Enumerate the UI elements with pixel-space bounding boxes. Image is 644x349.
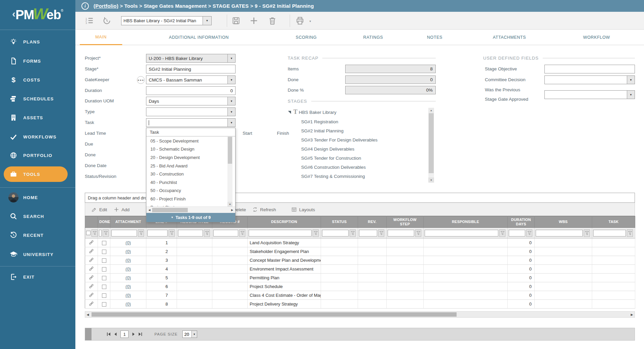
filter-input[interactable] <box>593 230 626 236</box>
sidebar-item-workflows[interactable]: WORKFLOWS <box>0 129 75 145</box>
filter-icon[interactable] <box>313 229 319 237</box>
scrollbar-thumb[interactable] <box>152 208 188 212</box>
link-icon[interactable] <box>88 285 94 290</box>
filter-input[interactable] <box>213 230 238 236</box>
sidebar-item-assets[interactable]: ASSETS <box>0 110 75 125</box>
sidebar-item-home[interactable]: HOME <box>0 190 75 205</box>
scroll-down-icon[interactable]: ▼ <box>428 178 434 183</box>
scroll-right-icon[interactable]: ▶ <box>230 207 235 213</box>
row-done-checkbox[interactable] <box>102 276 106 280</box>
filter-input[interactable] <box>388 230 414 236</box>
task-option[interactable]: 40 - Punchlist <box>146 178 235 187</box>
select-all-checkbox[interactable] <box>86 231 91 235</box>
sidebar-item-schedules[interactable]: SCHEDULES <box>0 91 75 106</box>
filter-input[interactable] <box>111 230 137 236</box>
task-dropdown-horizontal-scrollbar[interactable]: ◀ ▶ <box>146 207 235 213</box>
table-row[interactable]: (0)5Permitting Plan0 <box>85 274 635 282</box>
column-header-responsible[interactable]: RESPONSIBLE <box>424 216 508 228</box>
next-page-button[interactable] <box>130 331 137 338</box>
attachments-link[interactable]: (0) <box>126 293 131 298</box>
filter-icon[interactable] <box>92 229 98 237</box>
page-size-dropdown-button[interactable]: ▼ <box>191 331 197 338</box>
tab-workflow[interactable]: WORKFLOW <box>568 30 625 45</box>
sidebar-item-recent[interactable]: RECENT <box>0 227 75 243</box>
layouts-button[interactable]: Layouts <box>291 206 315 213</box>
edit-button[interactable]: Edit <box>92 206 107 213</box>
filter-input[interactable] <box>147 230 168 236</box>
row-done-checkbox[interactable] <box>102 250 106 254</box>
table-row[interactable]: (0)1Land Acquisition Strategy0 <box>85 239 635 247</box>
filter-icon[interactable] <box>169 229 175 237</box>
tree-collapse-icon[interactable] <box>288 111 291 114</box>
task-option[interactable]: 30 - Construction <box>146 170 235 178</box>
stage-gate-approved-dropdown-button[interactable]: ▼ <box>627 91 635 99</box>
link-icon[interactable] <box>88 267 94 273</box>
column-header-status[interactable]: STATUS <box>321 216 358 228</box>
duration-uom-select[interactable]: Days▼ <box>146 97 236 105</box>
type-dropdown-button[interactable]: ▼ <box>227 108 235 116</box>
scroll-up-icon[interactable]: ▲ <box>428 108 434 113</box>
stage-input[interactable]: SG#2 Initial Planning <box>146 65 236 73</box>
committee-decision-select[interactable]: ▼ <box>544 75 635 84</box>
first-page-button[interactable] <box>105 331 112 338</box>
filter-icon[interactable] <box>239 229 245 237</box>
committee-decision-dropdown-button[interactable]: ▼ <box>627 76 635 84</box>
attachments-link[interactable]: (0) <box>126 240 131 245</box>
stage-tree-node[interactable]: SG#6 Construction Deliverables <box>301 165 366 170</box>
row-done-checkbox[interactable] <box>102 302 106 307</box>
filter-input[interactable] <box>509 230 525 236</box>
stage-tree-node[interactable]: SG#4 Design Deliverables <box>301 147 354 152</box>
sidebar-item-exit[interactable]: EXIT <box>0 269 75 285</box>
pmweb-logo[interactable]: ‹PMWeb® <box>0 5 75 23</box>
stages-tree-root[interactable]: HBS Baker Library <box>299 110 336 115</box>
sidebar-item-forms[interactable]: FORMS <box>0 53 75 69</box>
project-dropdown-button[interactable]: ▼ <box>227 54 235 62</box>
filter-icon[interactable] <box>627 229 633 237</box>
filter-input[interactable] <box>536 230 583 236</box>
filter-input[interactable] <box>425 230 498 236</box>
table-row[interactable]: (0)7Class 4 Cost Estimate - Order of Mag… <box>85 291 635 300</box>
info-icon[interactable]: i <box>81 2 89 10</box>
sidebar-item-portfolio[interactable]: PORTFOLIO <box>0 148 75 163</box>
filter-input[interactable] <box>99 230 102 236</box>
gatekeeper-dropdown-button[interactable]: ▼ <box>227 76 235 84</box>
column-header-rev-[interactable]: REV. <box>358 216 387 228</box>
filter-icon[interactable] <box>499 229 505 237</box>
queue-list-icon[interactable]: 123 <box>85 16 94 25</box>
filter-icon[interactable] <box>138 229 144 237</box>
record-selector-dropdown-button[interactable]: ▼ <box>203 17 211 25</box>
filter-icon[interactable] <box>378 229 384 237</box>
row-done-checkbox[interactable] <box>102 293 106 298</box>
page-size-select[interactable]: 20▼ <box>182 330 197 338</box>
filter-icon[interactable] <box>103 229 109 237</box>
scrollbar-thumb[interactable] <box>228 137 232 164</box>
sidebar-item-costs[interactable]: $COSTS <box>0 72 75 88</box>
filter-icon[interactable] <box>584 229 590 237</box>
scroll-left-icon[interactable]: ◀ <box>147 207 152 213</box>
sidebar-item-search[interactable]: SEARCH <box>0 209 75 224</box>
task-dropdown-pager[interactable]: ▼Tasks 1-9 out of 9 <box>146 213 235 222</box>
scroll-down-icon[interactable]: ▼ <box>227 202 232 207</box>
filter-icon[interactable] <box>526 229 532 237</box>
stage-tree-node[interactable]: SG#7 Testing & Commissioning <box>301 174 365 179</box>
row-done-checkbox[interactable] <box>102 285 106 289</box>
task-option[interactable]: 20 - Design Development <box>146 153 235 162</box>
link-icon[interactable] <box>88 303 94 308</box>
print-dropdown-caret[interactable]: ▼ <box>309 20 312 23</box>
scroll-right-icon[interactable]: ▶ <box>629 312 635 317</box>
tab-scoring[interactable]: SCORING <box>280 30 332 45</box>
attachments-link[interactable]: (0) <box>126 258 131 263</box>
task-option[interactable]: 05 - Scope Development <box>146 137 235 145</box>
row-done-checkbox[interactable] <box>102 241 106 245</box>
table-row[interactable]: (0)6Project Schedule0 <box>85 282 635 291</box>
add-button[interactable]: Add <box>114 206 130 213</box>
stage-objective-input[interactable] <box>544 65 635 73</box>
print-icon[interactable] <box>295 16 305 25</box>
gatekeeper-select[interactable]: CMCS - Bassam Samman▼ <box>146 75 236 84</box>
type-select[interactable]: ▼ <box>146 107 236 116</box>
scrollbar-thumb[interactable] <box>92 312 457 317</box>
filter-icon[interactable] <box>204 229 210 237</box>
scroll-left-icon[interactable]: ◀ <box>85 312 91 317</box>
task-dropdown-button[interactable]: ▼ <box>227 119 235 127</box>
attachments-link[interactable]: (0) <box>126 249 131 254</box>
